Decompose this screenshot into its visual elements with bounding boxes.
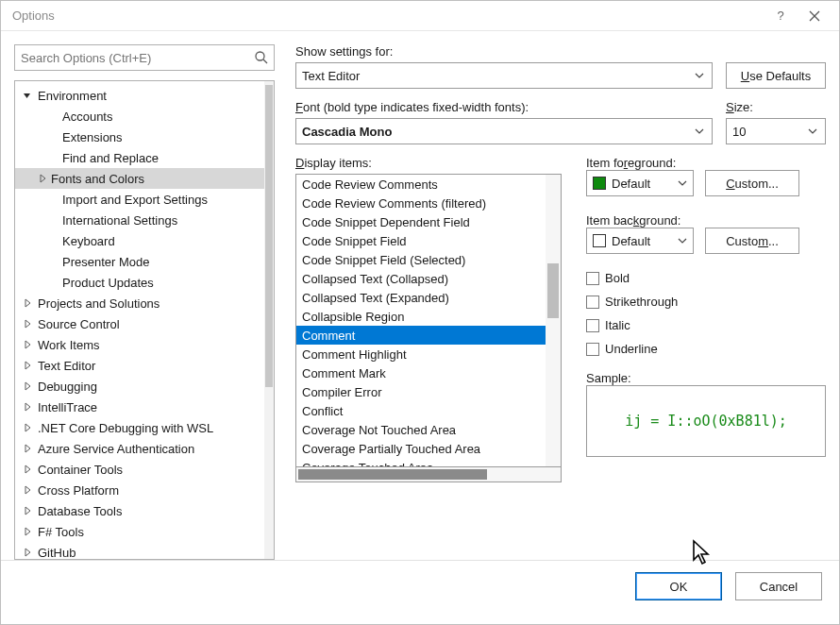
display-item[interactable]: Code Review Comments <box>296 175 546 194</box>
font-combo[interactable]: Cascadia Mono <box>295 118 713 144</box>
underline-checkbox[interactable]: Underline <box>586 342 690 356</box>
display-items-hscrollbar[interactable] <box>295 467 562 482</box>
tree-item-label: Database Tools <box>38 504 122 518</box>
tree-collapse-icon <box>21 89 34 102</box>
tree-item[interactable]: Accounts <box>15 106 264 127</box>
display-item[interactable]: Coverage Touched Area <box>296 458 546 466</box>
tree-item-label: Accounts <box>62 110 112 124</box>
tree-item-label: Cross Platform <box>38 483 119 498</box>
tree-item-label: Import and Export Settings <box>62 193 208 207</box>
tree-item[interactable]: Import and Export Settings <box>15 189 264 210</box>
tree-item-label: IntelliTrace <box>38 400 97 414</box>
tree-item-label: International Settings <box>62 213 177 228</box>
chevron-down-icon <box>693 69 706 82</box>
tree-item[interactable]: Extensions <box>15 127 264 147</box>
strikethrough-checkbox[interactable]: Strikethrough <box>586 295 690 309</box>
show-settings-label: Show settings for: <box>295 44 713 59</box>
tree-item[interactable]: International Settings <box>15 210 264 230</box>
tree-item-label: F# Tools <box>38 525 84 539</box>
display-item[interactable]: Collapsed Text (Expanded) <box>296 288 546 307</box>
tree-item-label: Presenter Mode <box>62 255 150 269</box>
tree-expand-icon <box>21 421 34 434</box>
tree-item-label: GitHub <box>38 546 76 560</box>
display-items-hscroll-thumb[interactable] <box>298 469 487 480</box>
background-custom-button[interactable]: Custom... <box>705 228 799 254</box>
use-defaults-button[interactable]: Use Defaults <box>726 62 826 89</box>
options-tree[interactable]: EnvironmentAccountsExtensionsFind and Re… <box>14 80 275 560</box>
checkbox-icon <box>586 343 599 356</box>
tree-expand-icon <box>21 504 34 517</box>
show-settings-combo[interactable]: Text Editor <box>295 62 713 89</box>
display-item[interactable]: Code Snippet Dependent Field <box>296 212 546 231</box>
item-background-label: Item background: <box>586 213 680 228</box>
tree-item[interactable]: Presenter Mode <box>15 251 264 272</box>
chevron-down-icon <box>678 238 687 244</box>
italic-checkbox[interactable]: Italic <box>586 318 690 332</box>
tree-item-label: Text Editor <box>38 359 95 373</box>
display-item[interactable]: Collapsed Text (Collapsed) <box>296 269 546 288</box>
display-item[interactable]: Comment <box>296 326 546 345</box>
tree-item[interactable]: Container Tools <box>15 459 264 480</box>
tree-expand-icon <box>21 296 34 310</box>
ok-button[interactable]: OK <box>635 572 722 600</box>
tree-item[interactable]: Product Updates <box>15 272 264 293</box>
tree-item[interactable]: Fonts and Colors <box>15 168 264 189</box>
cursor-icon <box>692 539 713 566</box>
bold-checkbox[interactable]: Bold <box>586 271 690 285</box>
tree-item[interactable]: Projects and Solutions <box>15 293 264 313</box>
tree-item-label: Azure Service Authentication <box>38 442 194 456</box>
tree-scrollbar[interactable] <box>264 81 274 559</box>
cancel-button[interactable]: Cancel <box>735 572 822 600</box>
tree-expand-icon <box>21 546 34 559</box>
tree-item-label: Work Items <box>38 338 100 352</box>
display-items-scrollbar[interactable] <box>546 175 561 466</box>
tree-item-label: Product Updates <box>62 276 154 290</box>
display-item[interactable]: Coverage Partially Touched Area <box>296 439 546 458</box>
tree-item[interactable]: Source Control <box>15 313 264 334</box>
display-items-listbox[interactable]: Code Review CommentsCode Review Comments… <box>295 174 562 467</box>
display-item[interactable]: Code Snippet Field <box>296 231 546 250</box>
help-button[interactable]: ? <box>764 1 798 31</box>
display-item[interactable]: Comment Mark <box>296 363 546 382</box>
tree-item[interactable]: Debugging <box>15 376 264 397</box>
item-background-combo[interactable]: Default <box>586 228 694 254</box>
tree-item[interactable]: .NET Core Debugging with WSL <box>15 417 264 438</box>
background-swatch <box>593 234 606 247</box>
item-foreground-combo[interactable]: Default <box>586 170 694 196</box>
tree-item[interactable]: Database Tools <box>15 500 264 521</box>
display-item[interactable]: Comment Highlight <box>296 345 546 363</box>
foreground-custom-button[interactable]: Custom... <box>705 170 799 196</box>
display-items-scroll-thumb[interactable] <box>547 263 559 318</box>
search-input[interactable] <box>14 44 275 71</box>
tree-expand-icon <box>21 483 34 497</box>
tree-item[interactable]: Environment <box>15 85 264 106</box>
tree-item[interactable]: Text Editor <box>15 355 264 376</box>
chevron-down-icon <box>693 125 706 138</box>
display-item[interactable]: Code Review Comments (filtered) <box>296 194 546 212</box>
tree-item[interactable]: Cross Platform <box>15 480 264 500</box>
tree-scroll-thumb[interactable] <box>265 85 273 387</box>
foreground-swatch <box>593 177 606 190</box>
tree-item[interactable]: GitHub <box>15 542 264 559</box>
tree-expand-icon <box>21 400 34 414</box>
search-icon[interactable] <box>254 50 269 65</box>
dialog-footer: OK Cancel <box>1 560 839 612</box>
size-combo[interactable]: 10 <box>726 118 826 144</box>
tree-item[interactable]: Find and Replace <box>15 147 264 168</box>
tree-item[interactable]: Keyboard <box>15 230 264 251</box>
display-item[interactable]: Code Snippet Field (Selected) <box>296 250 546 269</box>
tree-item[interactable]: Work Items <box>15 334 264 355</box>
display-item[interactable]: Collapsible Region <box>296 307 546 326</box>
display-item[interactable]: Compiler Error <box>296 382 546 401</box>
tree-item[interactable]: IntelliTrace <box>15 397 264 417</box>
tree-item[interactable]: Azure Service Authentication <box>15 438 264 459</box>
display-item[interactable]: Conflict <box>296 401 546 420</box>
tree-expand-icon <box>21 359 34 372</box>
display-item[interactable]: Coverage Not Touched Area <box>296 420 546 439</box>
tree-expand-icon <box>36 172 49 185</box>
close-button[interactable] <box>798 1 832 31</box>
checkbox-icon <box>586 296 599 309</box>
display-items-label: Display items: <box>295 156 562 170</box>
tree-item[interactable]: F# Tools <box>15 521 264 542</box>
checkbox-icon <box>586 272 599 285</box>
